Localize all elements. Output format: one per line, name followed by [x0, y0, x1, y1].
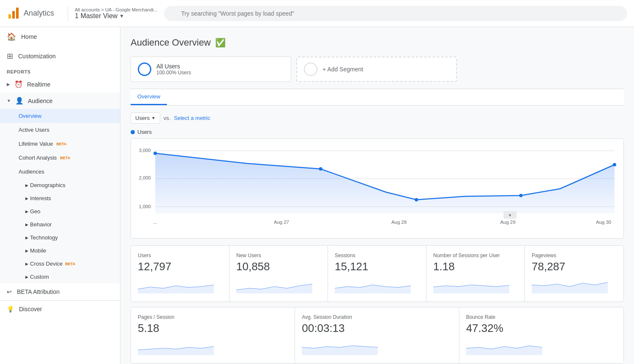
metric-value-sessions-per-user: 1.18	[433, 260, 518, 273]
chevron-right-icon: ▶	[7, 82, 10, 87]
vs-label: vs.	[164, 115, 171, 121]
select-metric-link[interactable]: Select a metric	[174, 115, 210, 121]
segment-pct: 100.00% Users	[156, 70, 191, 76]
search-input[interactable]	[164, 6, 627, 21]
segment-circle-icon	[138, 62, 151, 76]
sidebar-item-overview[interactable]: Overview	[0, 109, 120, 123]
audiences-label: Audiences	[19, 168, 44, 175]
mini-chart-pages-session	[138, 338, 214, 355]
svg-marker-9	[155, 153, 615, 213]
users-chart: 3,000 2,000 1,000	[138, 146, 617, 230]
metric-selector[interactable]: Users ▼	[131, 112, 160, 124]
reports-section-label: REPORTS	[0, 66, 120, 76]
svg-marker-24	[335, 285, 411, 293]
account-selector[interactable]: All accounts > UA - Google Merchandi... …	[75, 7, 157, 20]
chevron-right-icon: ▶	[25, 183, 28, 187]
segment-name: All Users	[156, 63, 191, 70]
chevron-right-icon: ▶	[25, 196, 28, 201]
svg-point-13	[519, 194, 522, 197]
metric-label-sessions-per-user: Number of Sessions per User	[433, 253, 518, 258]
svg-text:3,000: 3,000	[139, 148, 151, 153]
tab-overview[interactable]: Overview	[131, 89, 167, 105]
sidebar-item-interests[interactable]: ▶ Interests	[0, 192, 120, 205]
metric-card-users: Users 12,797	[131, 246, 230, 302]
cohort-beta-badge: BETA	[60, 156, 70, 160]
content-area: Audience Overview ✅ All Users 100.00% Us…	[120, 27, 634, 364]
page-title: Audience Overview	[131, 37, 211, 48]
sidebar-item-demographics[interactable]: ▶ Demographics	[0, 179, 120, 192]
sidebar-item-active-users[interactable]: Active Users	[0, 123, 120, 137]
sidebar-home-label: Home	[21, 33, 37, 40]
segment-add-circle	[304, 62, 317, 76]
sidebar-item-customization[interactable]: ⊞ Customization	[0, 46, 120, 66]
svg-point-11	[319, 167, 322, 171]
sidebar-item-cross-device[interactable]: ▶ Cross Device BETA	[0, 257, 120, 270]
metric-chevron-icon: ▼	[151, 116, 156, 120]
chevron-right-icon: ▶	[25, 262, 28, 266]
sidebar-item-attribution[interactable]: ↩ BETA Attribution	[0, 283, 120, 300]
segment-add-card[interactable]: + Add Segment	[296, 57, 457, 82]
attribution-icon: ↩	[7, 288, 12, 295]
custom-label: Custom	[30, 274, 49, 280]
mini-chart-sessions	[335, 277, 411, 293]
metric-value-new-users: 10,858	[236, 260, 321, 273]
metric-card-sessions: Sessions 15,121	[328, 246, 426, 302]
sidebar-item-geo[interactable]: ▶ Geo	[0, 205, 120, 218]
svg-text:Aug 29: Aug 29	[500, 220, 516, 225]
metric-card-pages-session: Pages / Session 5.18	[131, 307, 295, 363]
discover-label: Discover	[19, 306, 42, 312]
sidebar-item-home[interactable]: 🏠 Home	[0, 27, 120, 46]
sidebar-item-behavior[interactable]: ▶ Behavior	[0, 218, 120, 231]
sidebar-item-mobile[interactable]: ▶ Mobile	[0, 244, 120, 257]
chart-container: 3,000 2,000 1,000	[131, 139, 624, 239]
metric-value-bounce-rate: 47.32%	[466, 322, 617, 335]
svg-rect-0	[8, 14, 11, 19]
cross-device-label: Cross Device	[30, 261, 63, 267]
svg-text:Aug 27: Aug 27	[274, 220, 289, 225]
chevron-down-icon: ▼	[7, 98, 11, 103]
svg-text:Aug 30: Aug 30	[596, 220, 611, 225]
demographics-label: Demographics	[30, 182, 66, 188]
svg-rect-1	[12, 11, 15, 19]
chevron-right-icon: ▶	[25, 275, 28, 279]
metric-label-sessions: Sessions	[335, 253, 419, 258]
view-selector[interactable]: 1 Master View ▼	[75, 12, 157, 20]
segment-card-all-users[interactable]: All Users 100.00% Users	[131, 57, 291, 82]
svg-marker-26	[532, 283, 608, 293]
metric-value-avg-session-duration: 00:03:13	[302, 322, 452, 335]
sidebar-item-discover[interactable]: 💡 Discover	[0, 300, 120, 318]
metrics-grid-row2: Pages / Session 5.18 Avg. Session Durati…	[131, 307, 624, 364]
chevron-right-icon: ▶	[25, 209, 28, 214]
cohort-analysis-label: Cohort Analysis	[19, 155, 57, 161]
cross-device-beta-badge: BETA	[65, 262, 75, 266]
lifetime-value-beta-badge: BETA	[56, 142, 66, 146]
sidebar-item-lifetime-value[interactable]: Lifetime ValueBETA	[0, 137, 120, 151]
account-path: All accounts > UA - Google Merchandi...	[75, 7, 157, 12]
technology-label: Technology	[30, 234, 58, 241]
sidebar-item-cohort-analysis[interactable]: Cohort AnalysisBETA	[0, 151, 120, 165]
mini-chart-sessions-per-user	[433, 277, 509, 293]
metric-card-avg-session-duration: Avg. Session Duration 00:03:13	[295, 307, 459, 363]
svg-point-14	[613, 163, 616, 166]
svg-text:1,000: 1,000	[139, 204, 151, 209]
topbar-divider	[68, 6, 68, 21]
interests-label: Interests	[30, 195, 51, 201]
chevron-right-icon: ▶	[25, 249, 28, 253]
sidebar-item-custom[interactable]: ▶ Custom	[0, 270, 120, 283]
sidebar-item-technology[interactable]: ▶ Technology	[0, 231, 120, 244]
mini-chart-pageviews	[532, 277, 608, 293]
segment-info: All Users 100.00% Users	[156, 63, 191, 76]
metric-label-avg-session-duration: Avg. Session Duration	[302, 314, 452, 320]
customization-icon: ⊞	[7, 52, 13, 61]
sidebar-audience-header[interactable]: ▼ 👤 Audience	[0, 92, 120, 109]
metric-label-pages-session: Pages / Session	[138, 314, 288, 320]
mini-chart-avg-session-duration	[302, 338, 378, 355]
metric-card-pageviews: Pageviews 78,287	[525, 246, 623, 302]
active-users-label: Active Users	[19, 127, 49, 133]
segment-bar: All Users 100.00% Users + Add Segment	[131, 57, 624, 82]
sidebar-item-audiences[interactable]: Audiences	[0, 165, 120, 179]
metrics-grid-row1: Users 12,797 New Users 10,858 Sessions 1…	[131, 245, 624, 302]
sidebar-item-realtime[interactable]: ▶ ⏰ Realtime	[0, 76, 120, 92]
realtime-icon: ⏰	[14, 80, 23, 88]
verified-icon: ✅	[215, 38, 226, 48]
